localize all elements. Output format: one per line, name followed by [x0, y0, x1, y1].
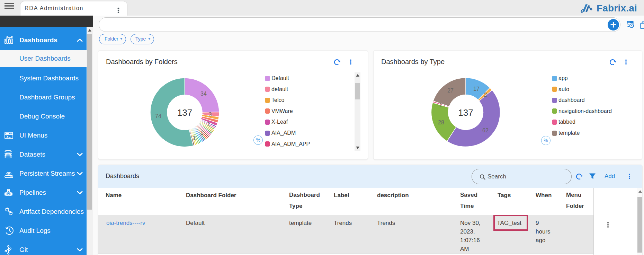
svg-text:28: 28: [438, 120, 444, 125]
svg-text:2: 2: [484, 92, 487, 98]
svg-text:34: 34: [200, 91, 207, 97]
svg-text:3: 3: [209, 112, 212, 117]
svg-text:1: 1: [207, 121, 211, 127]
svg-text:137: 137: [177, 107, 192, 118]
svg-text:1: 1: [439, 102, 442, 108]
svg-text:137: 137: [458, 107, 473, 118]
svg-text:27: 27: [447, 88, 454, 94]
svg-text:17: 17: [473, 86, 480, 92]
svg-text:1: 1: [193, 135, 196, 141]
svg-text:62: 62: [482, 128, 489, 133]
svg-text:1: 1: [200, 130, 204, 136]
svg-text:Fabrix.ai: Fabrix.ai: [597, 3, 637, 14]
svg-text:74: 74: [155, 113, 161, 119]
